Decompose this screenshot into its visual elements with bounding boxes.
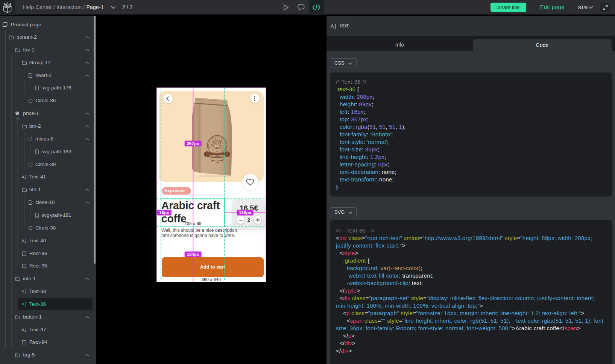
svg-text:A: A — [22, 327, 25, 332]
svg-text:A: A — [22, 238, 25, 243]
svg-text:A: A — [22, 175, 25, 180]
svg-text:ARABICA BEANS: ARABICA BEANS — [211, 158, 222, 159]
svg-text:NABI NAHUI: NABI NAHUI — [209, 154, 225, 157]
svg-text:A: A — [22, 289, 25, 294]
svg-text:A: A — [331, 23, 334, 29]
svg-text:A: A — [22, 302, 25, 307]
